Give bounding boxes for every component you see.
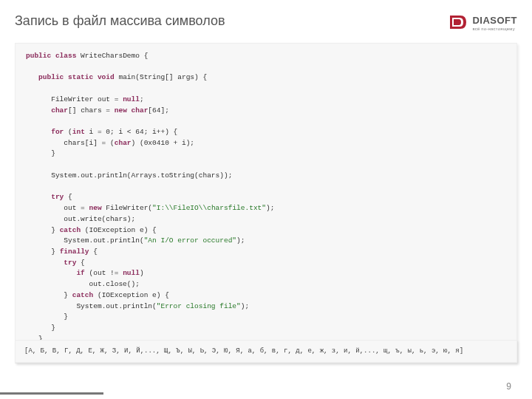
code-line: try { <box>26 258 506 269</box>
code-line: } <box>26 312 506 323</box>
code-line: } finally { <box>26 247 506 258</box>
code-block: public class WriteCharsDemo { public sta… <box>15 43 517 364</box>
brand-name: DIASOFT <box>472 15 517 26</box>
brand-logo: DIASOFT всё по-настоящему <box>449 13 517 31</box>
page-number: 9 <box>506 381 511 392</box>
code-line: System.out.println("An I/O error occured… <box>26 236 506 247</box>
code-line: FileWriter out = null; <box>26 95 506 106</box>
code-line: if (out != null) <box>26 268 506 279</box>
logo-icon <box>449 14 468 30</box>
code-line: System.out.println(Arrays.toString(chars… <box>26 171 506 182</box>
code-line <box>26 182 506 193</box>
code-line: } <box>26 323 506 334</box>
output-text: [А, Б, В, Г, Д, Е, Ж, З, И, Й,..., Щ, Ъ,… <box>24 347 463 355</box>
logo-text-wrap: DIASOFT всё по-настоящему <box>472 13 517 31</box>
slide-header: Запись в файл массива символов DIASOFT в… <box>15 13 517 31</box>
brand-tagline: всё по-настоящему <box>472 27 517 31</box>
code-line: for (int i = 0; i < 64; i++) { <box>26 127 506 138</box>
code-line: char[] chars = new char[64]; <box>26 106 506 117</box>
code-line: System.out.println("Error closing file")… <box>26 301 506 313</box>
code-line: } catch (IOException e) { <box>26 290 506 301</box>
slide-title: Запись в файл массива символов <box>15 13 225 29</box>
code-line: out.close(); <box>26 279 506 290</box>
output-block: [А, Б, В, Г, Д, Е, Ж, З, И, Й,..., Щ, Ъ,… <box>15 340 517 363</box>
code-line: public static void main(String[] args) { <box>26 72 506 83</box>
code-line <box>26 83 506 95</box>
code-line: public class WriteCharsDemo { <box>26 51 506 62</box>
code-line <box>26 116 506 127</box>
footer-accent-bar <box>0 392 103 395</box>
code-line: out.write(chars); <box>26 214 506 225</box>
code-line: out = new FileWriter("I:\\FileIO\\charsf… <box>26 203 506 214</box>
code-line: } catch (IOException e) { <box>26 225 506 236</box>
code-line: } <box>26 149 506 160</box>
code-line: chars[i] = (char) (0x0410 + i); <box>26 138 506 149</box>
code-line <box>26 62 506 73</box>
code-line <box>26 160 506 171</box>
code-line: try { <box>26 192 506 203</box>
